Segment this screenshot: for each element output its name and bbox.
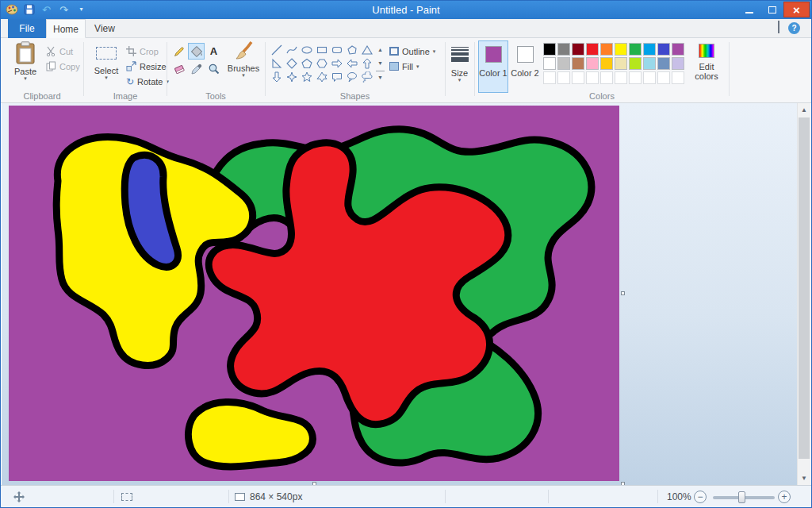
shapes-more-button[interactable]: ▼ — [376, 71, 385, 83]
palette-swatch[interactable] — [572, 43, 584, 56]
shape-star-5[interactable] — [299, 70, 314, 83]
collapse-ribbon-button[interactable] — [778, 22, 779, 33]
palette-swatch[interactable] — [600, 57, 613, 70]
scroll-down-button[interactable]: ▼ — [798, 471, 810, 485]
shape-arrow-left[interactable] — [344, 56, 359, 70]
shape-ellipse[interactable] — [299, 43, 314, 56]
resize-button[interactable]: Resize — [126, 60, 167, 73]
redo-icon[interactable]: ↷ — [56, 2, 71, 17]
shape-arrow-up[interactable] — [359, 56, 374, 70]
palette-empty-slot[interactable] — [586, 71, 599, 84]
palette-empty-slot[interactable] — [672, 71, 684, 84]
shape-fill-button[interactable]: Fill — [389, 60, 419, 73]
shape-polygon[interactable] — [344, 43, 359, 56]
color-picker-tool[interactable] — [188, 60, 205, 77]
paste-button[interactable]: Paste — [9, 41, 42, 80]
palette-empty-slot[interactable] — [543, 71, 556, 84]
undo-icon[interactable]: ↶ — [39, 2, 54, 17]
shapes-scroll-up-button[interactable]: ▲ — [376, 44, 385, 56]
size-button[interactable]: Size — [446, 41, 473, 82]
zoom-slider-thumb[interactable] — [738, 491, 745, 503]
shape-pentagon[interactable] — [299, 56, 314, 70]
qat-dropdown-icon[interactable]: ▾ — [74, 2, 89, 17]
text-tool[interactable]: A — [205, 43, 222, 60]
statusbar-divider — [548, 490, 549, 503]
tab-view[interactable]: View — [86, 19, 124, 38]
palette-empty-slot[interactable] — [557, 71, 570, 84]
scroll-up-button[interactable]: ▲ — [798, 103, 810, 117]
shape-callout-rect[interactable] — [329, 70, 344, 83]
palette-swatch[interactable] — [586, 57, 599, 70]
paint-app-icon[interactable] — [4, 2, 19, 17]
shapes-scroll-down-button[interactable]: ▼ — [376, 57, 385, 69]
palette-swatch[interactable] — [615, 43, 627, 56]
vertical-scrollbar[interactable]: ▲ ▼ — [797, 103, 810, 485]
palette-empty-slot[interactable] — [572, 71, 584, 84]
eraser-tool[interactable] — [170, 60, 187, 77]
palette-swatch[interactable] — [643, 43, 656, 56]
magnifier-tool[interactable] — [205, 60, 222, 77]
scrollbar-thumb[interactable] — [799, 117, 810, 459]
palette-swatch[interactable] — [543, 57, 556, 70]
drawing-canvas[interactable] — [9, 106, 619, 481]
palette-swatch[interactable] — [557, 43, 570, 56]
edit-colors-button[interactable]: Edit colors — [688, 41, 726, 81]
shape-arrow-down[interactable] — [269, 70, 284, 83]
tab-home[interactable]: Home — [46, 19, 86, 38]
crop-button[interactable]: Crop — [126, 44, 159, 58]
shape-star-4[interactable] — [284, 70, 299, 83]
brushes-button[interactable]: Brushes — [225, 41, 262, 77]
help-button[interactable]: ? — [788, 22, 800, 34]
canvas-resize-handle-right[interactable] — [621, 291, 625, 295]
palette-swatch[interactable] — [557, 57, 570, 70]
shape-callout-cloud[interactable] — [359, 70, 374, 83]
shape-star-6[interactable] — [314, 70, 329, 83]
palette-empty-slot[interactable] — [600, 71, 613, 84]
shape-arrow-right[interactable] — [329, 56, 344, 70]
palette-empty-slot[interactable] — [629, 71, 642, 84]
shape-curve[interactable] — [284, 43, 299, 56]
palette-swatch[interactable] — [657, 43, 670, 56]
select-button[interactable]: Select — [88, 41, 124, 79]
palette-empty-slot[interactable] — [643, 71, 656, 84]
palette-swatch[interactable] — [543, 43, 556, 56]
palette-swatch[interactable] — [615, 57, 627, 70]
palette-empty-slot[interactable] — [657, 71, 670, 84]
zoom-out-button[interactable]: − — [694, 491, 707, 503]
shape-right-triangle[interactable] — [269, 56, 284, 70]
zoom-in-button[interactable]: + — [778, 491, 791, 503]
palette-empty-slot[interactable] — [615, 71, 627, 84]
palette-swatch[interactable] — [672, 43, 684, 56]
color2-button[interactable]: Color 2 — [510, 40, 540, 93]
palette-swatch[interactable] — [657, 57, 670, 70]
color1-button[interactable]: Color 1 — [478, 40, 508, 93]
save-icon[interactable] — [21, 2, 36, 17]
shape-rectangle[interactable] — [314, 43, 329, 56]
maximize-button[interactable] — [760, 2, 783, 17]
pencil-tool[interactable] — [170, 43, 187, 60]
cut-button[interactable]: Cut — [46, 44, 73, 58]
shape-rounded-rectangle[interactable] — [329, 43, 344, 56]
palette-swatch[interactable] — [643, 57, 656, 70]
shape-diamond[interactable] — [284, 56, 299, 70]
brushes-icon — [234, 41, 253, 62]
palette-swatch[interactable] — [572, 57, 584, 70]
copy-button[interactable]: Copy — [46, 60, 80, 73]
minimize-button[interactable] — [737, 2, 760, 17]
palette-swatch[interactable] — [600, 43, 613, 56]
rotate-button[interactable]: ↻ Rotate — [126, 75, 169, 88]
close-button[interactable]: × — [783, 2, 810, 17]
shape-outline-button[interactable]: Outline — [389, 44, 435, 58]
fill-bucket-tool[interactable] — [188, 43, 205, 60]
window-title: Untitled - Paint — [372, 1, 439, 19]
ribbon: Paste Cut Copy Clipboard Select Crop Res… — [1, 38, 811, 103]
shape-hexagon[interactable] — [314, 56, 329, 70]
shape-line[interactable] — [269, 43, 284, 56]
palette-swatch[interactable] — [629, 57, 642, 70]
palette-swatch[interactable] — [586, 43, 599, 56]
palette-swatch[interactable] — [672, 57, 684, 70]
shape-callout-oval[interactable] — [344, 70, 359, 83]
shape-triangle[interactable] — [359, 43, 374, 56]
palette-swatch[interactable] — [629, 43, 642, 56]
tab-file[interactable]: File — [8, 19, 46, 38]
